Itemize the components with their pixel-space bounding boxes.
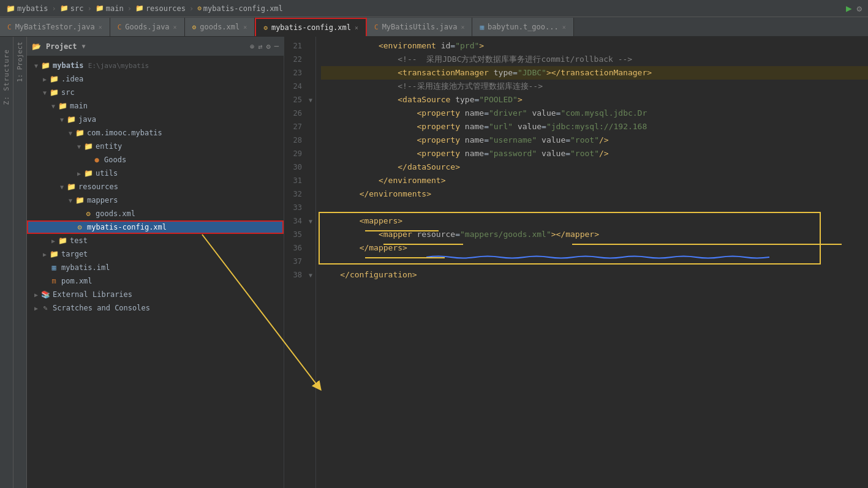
tab-java-icon-2: C	[118, 23, 122, 31]
scratches-icon: ✎	[40, 303, 50, 313]
tab-close-icon-4[interactable]: ×	[355, 24, 358, 31]
tree-item-mybatis-config[interactable]: ⚙ mybatis-config.xml	[27, 220, 284, 234]
code-line-31: </environment>	[321, 174, 868, 187]
tree-item-idea[interactable]: ▶ 📁 .idea	[27, 72, 284, 86]
entity-folder-icon: 📁	[83, 141, 93, 151]
minimize-icon[interactable]: ─	[274, 42, 279, 51]
line-row-21: 21	[284, 39, 315, 53]
tab-mybatis-config[interactable]: ⚙ mybatis-config.xml ×	[255, 18, 367, 36]
mybatis-config-xml-icon: ⚙	[75, 222, 85, 232]
arrow-icon-resources: ▼	[58, 184, 66, 190]
tab-mybatis-testor[interactable]: C MyBatisTestor.java ×	[0, 18, 110, 36]
code-line-21: <environment id="prd">	[321, 39, 868, 53]
tree-item-mybatis-iml[interactable]: ▦ mybatis.iml	[27, 261, 284, 274]
line-num-38: 38	[284, 271, 306, 279]
tab-close-icon[interactable]: ×	[99, 24, 102, 31]
code-line-38: </configuration>	[321, 268, 868, 282]
fold-34: ▼	[306, 218, 315, 225]
arrow-icon: ▼	[32, 62, 40, 69]
breadcrumb-sep-1: ›	[52, 4, 56, 13]
line-num-36: 36	[284, 244, 306, 252]
tree-item-utils[interactable]: ▶ 📁 utils	[27, 167, 284, 180]
code-line-25: <dataSource type="POOLED">	[321, 93, 868, 107]
line-numbers-panel: 21 22 23 24	[284, 37, 316, 488]
folder-icon: 📁	[40, 61, 50, 70]
tree-item-ext-lib[interactable]: ▶ 📚 External Libraries	[27, 288, 284, 301]
code-line-27: <property name="url" value="jdbc:mysql:/…	[321, 120, 868, 133]
line-row-23: 23	[284, 66, 315, 80]
breadcrumb-resources: 📁 resources	[135, 4, 186, 13]
tree-item-goods-xml[interactable]: ⚙ goods.xml	[27, 207, 284, 220]
code-line-28: <property name="username" value="root"/>	[321, 133, 868, 147]
left-structure-panel: Z: Structure	[0, 37, 13, 488]
tree-item-resources[interactable]: ▼ 📁 resources	[27, 180, 284, 193]
tree-item-com-imooc[interactable]: ▼ 📁 com.imooc.mybatis	[27, 126, 284, 140]
tab-xml-icon-2: ⚙	[263, 24, 268, 32]
arrow-icon-entity: ▼	[75, 143, 83, 150]
sidebar-title: Project	[46, 42, 77, 51]
line-row-22: 22	[284, 53, 315, 66]
arrow-icon-idea: ▶	[40, 76, 49, 83]
add-icon[interactable]: ⊕	[250, 42, 254, 51]
tab-babytun[interactable]: ▦ babytun.t_goo... ×	[472, 18, 573, 36]
line-num-25: 25	[284, 96, 306, 104]
tree-item-main[interactable]: ▼ 📁 main	[27, 99, 284, 113]
tab-java-icon: C	[7, 23, 12, 31]
line-numbers-list: 21 22 23 24	[284, 37, 315, 284]
tree-item-scratches[interactable]: ▶ ✎ Scratches and Consoles	[27, 301, 284, 315]
code-editor[interactable]: <environment id="prd"> <!-- 采用JDBC方式对数据库…	[316, 37, 868, 488]
sync-icon[interactable]: ⇄	[258, 42, 262, 51]
sidebar-dropdown-icon[interactable]: ▼	[82, 43, 86, 50]
tree-item-mappers[interactable]: ▼ 📁 mappers	[27, 193, 284, 207]
gear-icon[interactable]: ⚙	[266, 42, 271, 51]
line-row-33: 33	[284, 201, 315, 214]
line-row-32: 32	[284, 187, 315, 201]
project-tree: ▼ 📁 mybatis E:\java\mybatis ▶ 📁 .idea ▼ …	[27, 56, 284, 488]
tree-item-java[interactable]: ▼ 📁 java	[27, 113, 284, 126]
com-folder-icon: 📁	[75, 128, 85, 138]
tab-goods-xml[interactable]: ⚙ goods.xml ×	[185, 18, 255, 36]
tree-item-entity[interactable]: ▼ 📁 entity	[27, 140, 284, 153]
tree-item-mybatis[interactable]: ▼ 📁 mybatis E:\java\mybatis	[27, 59, 284, 72]
structure-label: Z: Structure	[2, 49, 10, 105]
tab-close-icon-3[interactable]: ×	[243, 24, 247, 31]
code-content: 21 22 23 24	[284, 37, 868, 488]
settings-icon: ⚙	[857, 4, 862, 13]
breadcrumb-file: ⚙ mybatis-config.xml	[197, 4, 283, 13]
line-row-34: 34 ▼	[284, 214, 315, 228]
line-num-27: 27	[284, 122, 306, 131]
arrow-icon-java: ▼	[58, 116, 66, 123]
tab-xml-icon: ⚙	[192, 23, 197, 31]
line-num-31: 31	[284, 176, 306, 185]
code-line-34: <mappers>	[321, 214, 868, 228]
line-num-24: 24	[284, 82, 306, 91]
code-line-32: </environments>	[321, 187, 868, 201]
breadcrumb-sep-4: ›	[189, 4, 194, 13]
project-number-panel: 1: Project	[13, 37, 27, 488]
tab-close-icon-6[interactable]: ×	[562, 24, 566, 31]
tree-item-test[interactable]: ▶ 📁 test	[27, 234, 284, 247]
goods-class-icon: ●	[92, 155, 102, 165]
tree-item-pom[interactable]: m pom.xml	[27, 274, 284, 288]
code-line-35: <mapper resource="mappers/goods.xml"></m…	[321, 228, 868, 241]
tab-goods-java[interactable]: C Goods.java ×	[110, 18, 185, 36]
java-src-folder-icon: 📁	[66, 114, 76, 124]
target-folder-icon: 📁	[49, 249, 59, 259]
line-num-32: 32	[284, 190, 306, 198]
tab-mybatis-utils[interactable]: C MyBatisUtils.java ×	[367, 18, 472, 36]
tree-item-goods-class[interactable]: ● Goods	[27, 153, 284, 167]
tree-item-target[interactable]: ▶ 📁 target	[27, 247, 284, 261]
breadcrumb-main: 📁 main	[96, 4, 124, 13]
src-folder-icon: 📁	[49, 88, 59, 97]
arrow-icon-test: ▶	[49, 238, 58, 244]
line-row-29: 29	[284, 147, 315, 160]
line-row-24: 24	[284, 80, 315, 93]
line-num-22: 22	[284, 55, 306, 64]
line-num-23: 23	[284, 69, 306, 77]
test-folder-icon: 📁	[58, 236, 67, 246]
tab-close-icon-5[interactable]: ×	[461, 24, 464, 31]
arrow-icon-target: ▶	[40, 251, 49, 258]
tree-item-src[interactable]: ▼ 📁 src	[27, 86, 284, 99]
code-line-24: <!--采用连接池方式管理数据库连接-->	[321, 80, 868, 93]
tab-close-icon-2[interactable]: ×	[173, 24, 177, 31]
